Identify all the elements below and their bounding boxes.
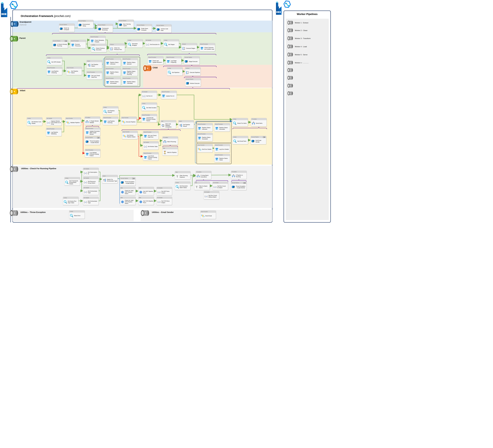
activity-send-email[interactable]: Azure FunctionSend Email <box>200 211 216 219</box>
activity-throw-exception-invalid-worker[interactable]: Execute PipelineThrow Exception – Invali… <box>85 137 100 145</box>
activity-set-run-id[interactable]: Set Variable(x)Set Run Id <box>141 91 157 99</box>
activity-get-syn-pipeline-runs[interactable]: WebGet SYN Pipeline Runs <box>138 197 154 205</box>
activity-execute-pipeline[interactable]: Azure FunctionExecute Pipeline <box>121 117 137 125</box>
activity-check-for-valid-syn-pipeline-name[interactable]: WebCheck for Valid SYN Pipeline Name <box>120 197 135 205</box>
activity-capture-worker-core-detail-as-an-array[interactable]: Set Variable(x)Capture Worker Core Detai… <box>46 117 62 126</box>
activity-get-pipelines[interactable]: LookupGet Pipelines <box>167 67 183 76</box>
activity-set-run-count-for-batch[interactable]: Set Variable(x)Set Run Count for Batch <box>213 181 228 190</box>
activity-raise-error[interactable]: LookupRaise Error <box>69 210 85 219</box>
activity-set-pipeline-status[interactable]: SwitchSet Pipeline Status <box>87 60 102 68</box>
activity-get-error-details[interactable]: Azure FunctionGet Error Details <box>197 144 213 152</box>
activity-get-query-run-days-value[interactable]: LookupGet Query Run Days Value <box>63 197 78 205</box>
activity-set-subscription-id[interactable]: Set Variable(x)Set Subscription Id <box>83 168 99 176</box>
activity-is-target-worker-validate[interactable]: If ConditionIs Target Worker Validate <box>85 117 100 125</box>
activity-set-worker-state[interactable]: Set Variable(x)Set Worker State <box>143 141 158 150</box>
activity-log-stage-preparing[interactable]: Stored ProcedureLog Stage Preparing <box>166 56 181 65</box>
activity-check-for-valid-adf-pipeline-name[interactable]: WebCheck for Valid ADF Pipeline Name <box>120 187 135 195</box>
activity-execute-pipelines[interactable]: ForEachExecute Pipelines <box>185 67 201 76</box>
activity-get-wait-duration[interactable]: LookupGet Wait Duration <box>141 102 157 111</box>
activity-filter-for-batch-name[interactable]: FilterFilter for Batch Name <box>194 181 210 190</box>
worker-item-blank-9[interactable] <box>287 91 326 96</box>
activity-set-orchestrator-type[interactable]: Set Variable(x)Set Orchestrator Type <box>83 197 99 205</box>
activity-pipeline-status-failed[interactable]: Stored ProcedurePipeline Status Failed <box>214 154 230 162</box>
activity-get-pipeline-params[interactable]: LookupGet Pipeline Params <box>103 106 118 115</box>
activity-wait-for-pipeline[interactable]: WaitWait for Pipeline <box>162 147 178 156</box>
activity-get-stages[interactable]: LookupGet Stages <box>163 39 179 48</box>
activity-validate-pipeline[interactable]: Azure FunctionValidate Pipeline <box>65 117 81 126</box>
worker-item-worker-2-clean[interactable]: Worker 2 - Clean <box>287 28 326 33</box>
activity-filter-running-pipelines[interactable]: FilterFilter Running Pipelines <box>175 171 190 180</box>
activity-check-metadata-integrity[interactable]: Stored ProcedureCheck Metadata Integrity <box>90 36 105 44</box>
activity-archive-cold-data[interactable]: Execute PipelineArchive Cold Data <box>156 24 171 33</box>
activity-get-pipeline-status[interactable]: Azure FunctionGet Pipeline Status <box>66 67 82 75</box>
activity-scale-up-compute[interactable]: Execute PipelineScale Up Compute <box>59 23 75 32</box>
activity-check-for-alerts[interactable]: LookupCheck For Alerts <box>232 118 248 127</box>
activity-execute-stages[interactable]: ForEachExecute Stages <box>181 43 197 52</box>
activity-get-execution-batch-status[interactable]: LookupGet Execution Batch Status <box>175 181 190 190</box>
activity-get-adf-pipeline-runs[interactable]: WebGet ADF Pipeline Runs <box>138 187 154 195</box>
activity-switch-for-orchestrator-type[interactable]: SwitchSwitch For Orchestrator Type <box>102 175 118 183</box>
activity-check-and-update-blockers[interactable]: Stored ProcedureCheck and Update Blocker… <box>148 56 163 65</box>
activity-environment-setup[interactable]: Execute PipelineEnvironment Setup <box>78 20 93 28</box>
activity-set-execution-id[interactable]: Set Variable(x)Set Execution Id <box>145 39 161 48</box>
worker-item-worker-n[interactable]: Worker n - ………. <box>287 60 326 65</box>
activity-call-email-sender[interactable]: Execute PipelineCall Email Sender <box>251 136 266 144</box>
activity-scale-down-compute[interactable]: Execute PipelineScale Down Compute <box>136 24 152 32</box>
activity-check-outcome-and-update-logs[interactable]: Stored ProcedureCheck Outcome and Update… <box>200 43 215 52</box>
activity-send-alerts[interactable]: If ConditionSend Alerts <box>251 118 267 127</box>
activity-set-orchestrator-type[interactable]: Set Variable(x)Set Orchestrator Type <box>83 187 99 195</box>
activity-get-spn-details[interactable]: LookupGet SPN Details <box>46 57 62 65</box>
activity-framework-bootstrap[interactable]: Execute PipelineFramework Bootstrap <box>97 24 113 32</box>
activity-pipeline-status-succeeded[interactable]: Stored ProcedurePipeline Status Succeede… <box>105 77 121 86</box>
worker-item-worker-4-load[interactable]: Worker 4 - Load <box>287 44 326 49</box>
activity-throw-exception-invalid-worker[interactable]: Execute PipelineThrow Exception – Invali… <box>120 177 135 186</box>
activity-set-adf-runs-output[interactable]: Set Variable(x)Set ADF Runs Output <box>157 187 172 195</box>
activity-log-execute-function-activity-failure[interactable]: Stored ProcedureLog Execute Function Act… <box>141 114 157 122</box>
worker-item-worker-5-serve[interactable]: Worker 5 - Serve <box>287 52 326 57</box>
activity-pipeline-status-failed[interactable]: Stored ProcedurePipeline Status Failed <box>105 68 121 76</box>
activity-clean-up-previous-run[interactable]: ForEachClean Up Previous Run <box>109 43 125 52</box>
activity-log-pipeline-running[interactable]: Stored ProcedureLog Pipeline Running <box>103 117 118 125</box>
activity-worker-executor[interactable]: Execute PipelineWorker Executor <box>185 78 201 86</box>
activity-stage-executor[interactable]: Execute PipelineStage Executor <box>184 56 200 65</box>
activity-execute-precursor[interactable]: Stored ProcedureExecute Precursor <box>70 40 86 48</box>
activity-pipeline-status-unknown[interactable]: Stored ProcedurePipeline Status Unknown <box>197 123 213 132</box>
activity-sync-serving-layers[interactable]: Execute PipelineSync Serving Layers <box>118 20 134 28</box>
activity-execution-wrapper[interactable]: LookupExecution Wrapper <box>127 39 143 48</box>
activity-log-error-details[interactable]: Stored ProcedureLog Error Details <box>214 144 230 152</box>
activity-update-execution-with-invalid-worker[interactable]: Stored ProcedureUpdate Execution With In… <box>85 128 100 136</box>
activity-set-resource-group-name[interactable]: Set Variable(x)Set Resource Group Name <box>83 177 99 185</box>
activity-is-parent-already-running[interactable]: Execute PipelineIs Parent Already Runnin… <box>52 40 68 48</box>
activity-set-syn-runs-output[interactable]: Set Variable(x)Set SYN Runs Output <box>157 197 172 205</box>
activity-pipeline-status-queued[interactable]: Stored ProcedurePipeline Status Queued <box>122 58 138 66</box>
worker-item-blank-8[interactable] <box>287 83 326 88</box>
activity-throw-exception-invalid-worker[interactable]: Execute PipelineThrow Exception – Invali… <box>231 182 246 190</box>
activity-if-pipeline-is-running[interactable]: If ConditionIf Pipeline Is Running <box>231 171 246 179</box>
activity-set-run-count-without-batch[interactable]: Set Variable(x)Set Run Count Without Bat… <box>204 191 219 199</box>
activity-set-pipeline-result[interactable]: SwitchSet Pipeline Result <box>178 120 194 129</box>
activity-pipeline-status-unknown[interactable]: Stored ProcedurePipeline Status Unknown <box>105 58 121 66</box>
activity-update-run-id[interactable]: Stored ProcedureUpdate Run Id <box>161 91 177 99</box>
activity-log-pipeline-checking[interactable]: Stored ProcedureLog Pipeline Checking <box>46 67 62 75</box>
activity-wait-until-pipeline-completes[interactable]: UntilWait Until Pipeline Completes <box>160 120 176 129</box>
activity-get-worker-pipeline-status[interactable]: Azure FunctionGet Worker Pipeline Status <box>122 131 138 139</box>
activity-set-last-check-datetime[interactable]: Stored ProcedureSet Last Check DateTime <box>143 131 158 139</box>
worker-item-blank-6[interactable] <box>287 68 326 73</box>
activity-set-last-check-datetime[interactable]: Stored ProcedureSet Last Check DateTime <box>87 71 102 80</box>
activity-pipeline-status-cancelled[interactable]: Stored ProcedurePipeline Status Cancelle… <box>214 123 230 132</box>
worker-item-worker-3-transform[interactable]: Worker 3 - Transform <box>287 36 326 41</box>
activity-log-pipeline-validating[interactable]: Stored ProcedureLog Pipeline Validating <box>46 128 62 136</box>
activity-pipeline-status-cancelled[interactable]: Stored ProcedurePipeline Status Cancelle… <box>122 77 138 86</box>
activity-if-using-batch-executions[interactable]: If ConditionIf Using Batch Executions <box>196 171 211 179</box>
activity-log-validate-function-activity-failure[interactable]: Stored ProcedureLog Validate Function Ac… <box>85 149 100 157</box>
activity-pipeline-status-inprogress-running[interactable]: Stored ProcedurePipeline Status InProgre… <box>122 68 138 76</box>
activity-pipeline-status-suceeded[interactable]: Stored ProcedurePipeline Status Suceeded <box>197 133 213 141</box>
activity-get-framework-orchestrator-details[interactable]: LookupGet Framework Orchestrator Details <box>64 177 80 186</box>
worker-item-blank-7[interactable] <box>287 75 326 81</box>
activity-get-email-parts[interactable]: LookupGet Email Parts <box>233 136 248 144</box>
worker-item-worker-1-extract[interactable]: Worker 1 - Extract <box>287 20 326 25</box>
activity-log-check-function-activity-failure[interactable]: Stored ProcedureLog Check Function Activ… <box>143 152 158 161</box>
activity-get-worker-core-details[interactable]: LookupGet Worker Core Details <box>27 117 42 126</box>
activity-wait-if-running[interactable]: If ConditionWait If Running <box>162 136 178 145</box>
activity-check-previous-execution[interactable]: LookupCheck Previous Execution <box>91 44 107 52</box>
